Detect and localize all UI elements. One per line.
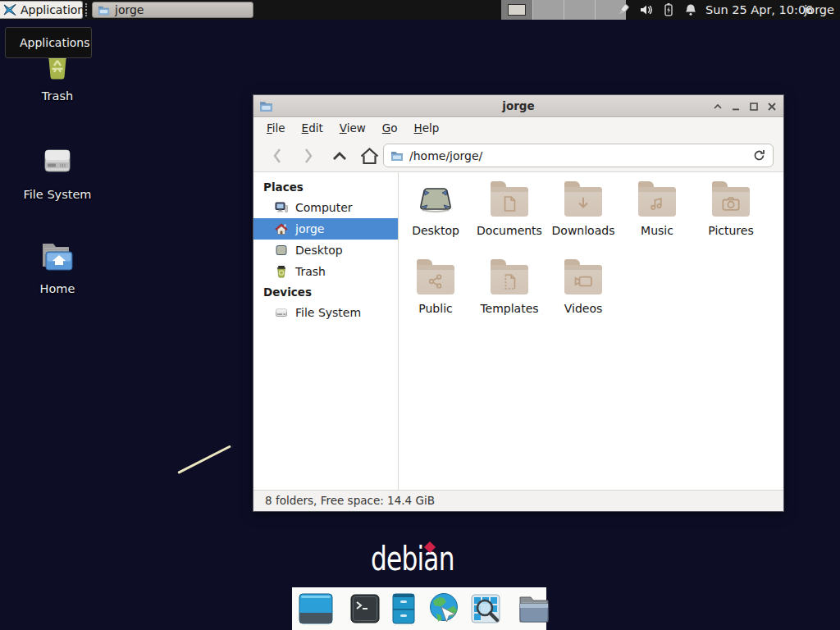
desktop-pad-icon bbox=[275, 244, 288, 257]
web-browser-globe-icon[interactable] bbox=[426, 591, 462, 626]
applications-menu-button[interactable]: Applications bbox=[0, 1, 83, 19]
applications-menu-label: Applications bbox=[21, 3, 91, 16]
forward-button[interactable] bbox=[296, 144, 321, 168]
file-label: Desktop bbox=[412, 224, 459, 237]
terminal-icon[interactable] bbox=[349, 592, 381, 625]
volume-icon[interactable] bbox=[639, 2, 654, 17]
folder-icon bbox=[564, 187, 602, 217]
desktop-pad-icon bbox=[417, 179, 454, 217]
file-item-videos[interactable]: Videos bbox=[546, 257, 620, 335]
file-label: Templates bbox=[480, 302, 538, 315]
file-label: Music bbox=[641, 224, 673, 237]
workspace-pager bbox=[501, 0, 626, 20]
panel-handle[interactable] bbox=[85, 3, 89, 16]
sidebar-item-computer[interactable]: Computer bbox=[253, 197, 398, 218]
user-home-icon bbox=[275, 222, 288, 235]
file-item-documents[interactable]: Documents bbox=[472, 179, 546, 257]
sidebar-item-trash[interactable]: Trash bbox=[253, 261, 398, 282]
window-folder-icon bbox=[259, 99, 273, 116]
sidebar-item-file-system[interactable]: File System bbox=[253, 302, 398, 323]
file-item-downloads[interactable]: Downloads bbox=[546, 179, 620, 257]
music-notes-icon bbox=[638, 190, 676, 217]
path-input[interactable] bbox=[409, 149, 746, 162]
up-button[interactable] bbox=[327, 144, 352, 168]
file-item-public[interactable]: Public bbox=[399, 257, 472, 335]
desktop-icon-label: Trash bbox=[42, 89, 73, 103]
menu-go[interactable]: Go bbox=[374, 118, 406, 139]
xfce-logo-icon bbox=[3, 3, 16, 16]
directory-menu-folder-icon[interactable] bbox=[517, 592, 551, 625]
workspace-2[interactable] bbox=[532, 0, 564, 20]
camera-icon bbox=[712, 190, 750, 217]
file-item-desktop[interactable]: Desktop bbox=[399, 179, 472, 257]
sidebar-item-jorge[interactable]: jorge bbox=[253, 218, 398, 240]
menu-help[interactable]: Help bbox=[406, 118, 448, 139]
menu-file[interactable]: File bbox=[258, 118, 294, 139]
taskbar-window-button[interactable]: jorge bbox=[92, 2, 253, 18]
debian-wordmark: debian bbox=[371, 540, 454, 578]
back-button[interactable] bbox=[265, 144, 290, 168]
file-item-templates[interactable]: Templates bbox=[472, 257, 546, 335]
file-label: Pictures bbox=[708, 224, 753, 237]
home-button[interactable] bbox=[357, 144, 381, 168]
statusbar-text: 8 folders, Free space: 14.4 GiB bbox=[265, 494, 435, 507]
file-cabinet-icon[interactable] bbox=[389, 592, 418, 625]
path-bar bbox=[383, 144, 774, 167]
window-content: Places Computer jorge Desktop bbox=[253, 172, 783, 490]
minimize-button[interactable] bbox=[728, 99, 742, 113]
file-icon-view[interactable]: Desktop Documents bbox=[399, 172, 783, 490]
bottom-dock bbox=[292, 587, 546, 630]
places-header: Places bbox=[253, 177, 398, 197]
panel-user-menu[interactable]: jorge bbox=[804, 0, 834, 20]
template-document-icon bbox=[491, 268, 528, 294]
folder-icon bbox=[564, 265, 602, 294]
applications-tooltip: Applications bbox=[5, 27, 92, 58]
reload-button[interactable] bbox=[752, 148, 766, 162]
desktop-icon-label: Home bbox=[40, 282, 75, 295]
folder-icon bbox=[417, 265, 454, 294]
folder-icon bbox=[98, 4, 110, 16]
sidebar-item-label: Trash bbox=[295, 265, 326, 278]
desktop-icon-file-system[interactable]: File System bbox=[21, 143, 94, 201]
home-folder-icon bbox=[39, 239, 75, 278]
file-manager-window: jorge File Edit View Go Help bbox=[253, 94, 784, 512]
file-item-music[interactable]: Music bbox=[620, 179, 694, 257]
menu-view[interactable]: View bbox=[331, 118, 374, 139]
panel-clock[interactable]: Sun 25 Apr, 10:06 bbox=[705, 0, 813, 20]
file-item-pictures[interactable]: Pictures bbox=[694, 179, 768, 257]
devices-header: Devices bbox=[253, 282, 398, 302]
file-label: Downloads bbox=[552, 224, 615, 237]
computer-icon bbox=[275, 201, 288, 214]
file-label: Videos bbox=[564, 302, 603, 315]
titlebar[interactable]: jorge bbox=[253, 95, 783, 117]
notifications-bell-icon[interactable] bbox=[683, 2, 698, 17]
close-button[interactable] bbox=[765, 99, 778, 113]
hard-drive-icon bbox=[275, 306, 288, 319]
battery-icon[interactable] bbox=[661, 2, 676, 17]
maximize-button[interactable] bbox=[746, 99, 760, 113]
window-title: jorge bbox=[253, 99, 783, 112]
menubar: File Edit View Go Help bbox=[253, 118, 783, 139]
download-arrow-icon bbox=[564, 190, 602, 217]
statusbar: 8 folders, Free space: 14.4 GiB bbox=[253, 490, 783, 511]
document-glyph-icon bbox=[491, 190, 528, 217]
folder-icon bbox=[491, 187, 528, 217]
tooltip-text: Applications bbox=[20, 36, 90, 49]
hard-drive-icon bbox=[39, 143, 75, 184]
folder-icon bbox=[638, 187, 676, 217]
desktop-icon-home[interactable]: Home bbox=[21, 239, 94, 295]
menu-edit[interactable]: Edit bbox=[294, 118, 331, 139]
show-desktop-icon[interactable] bbox=[298, 591, 334, 626]
sidebar-item-label: File System bbox=[295, 306, 361, 319]
shade-button[interactable] bbox=[710, 99, 724, 113]
pen-tray-icon[interactable] bbox=[616, 2, 631, 17]
application-finder-icon[interactable] bbox=[469, 592, 502, 625]
sidebar-item-label: jorge bbox=[295, 222, 324, 235]
top-panel: Applications jorge Sun 25 Apr, 10:06 jor… bbox=[0, 0, 840, 20]
workspace-3[interactable] bbox=[564, 0, 595, 20]
toolbar bbox=[253, 139, 783, 172]
workspace-1[interactable] bbox=[501, 0, 532, 20]
sidebar-item-desktop[interactable]: Desktop bbox=[253, 240, 398, 261]
file-label: Documents bbox=[477, 224, 542, 237]
folder-icon bbox=[390, 149, 404, 162]
